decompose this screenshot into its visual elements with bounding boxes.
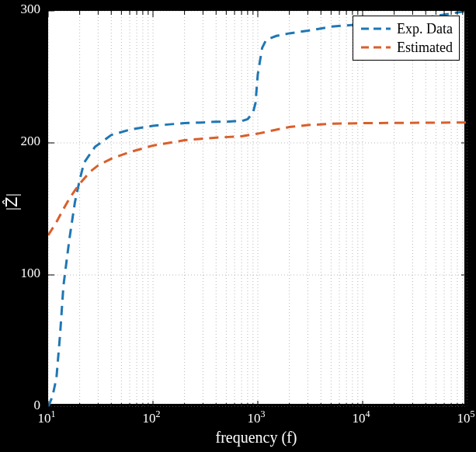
x-axis-label: frequency (f) <box>47 429 466 447</box>
legend-item-exp-data: Exp. Data <box>360 19 453 38</box>
y-tick-label: 100 <box>9 266 40 281</box>
plot-panel: Exp. Data Estimated <box>47 9 466 405</box>
chart-container: Exp. Data Estimated 101102103104105 0100… <box>0 0 476 452</box>
legend-item-estimated: Estimated <box>360 38 453 57</box>
legend-label-exp-data: Exp. Data <box>397 21 453 37</box>
x-tick-label: 105 <box>457 409 475 426</box>
y-tick-label: 0 <box>9 398 40 413</box>
legend: Exp. Data Estimated <box>353 16 460 61</box>
x-tick-label: 103 <box>248 409 266 426</box>
legend-label-estimated: Estimated <box>397 40 453 56</box>
y-tick-label: 300 <box>9 2 40 17</box>
plot-svg <box>48 11 467 407</box>
legend-swatch-exp-data <box>360 20 392 37</box>
y-tick-label: 200 <box>9 134 40 149</box>
legend-swatch-estimated <box>360 39 392 56</box>
x-tick-label: 104 <box>353 409 370 426</box>
grid <box>48 11 467 407</box>
y-axis-label: |Ẑ| <box>2 193 21 210</box>
x-tick-label: 102 <box>143 409 161 426</box>
